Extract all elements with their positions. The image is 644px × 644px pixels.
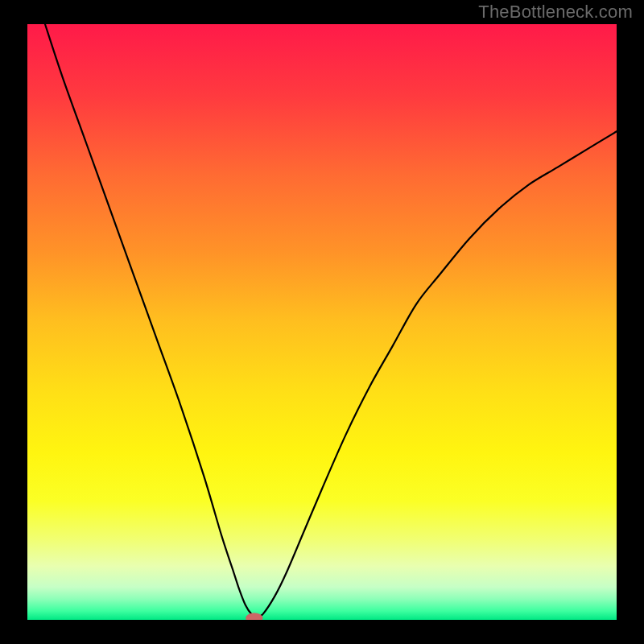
watermark-text: TheBottleneck.com [478,2,633,23]
minimum-marker [246,613,263,620]
gradient-background [27,24,617,620]
chart-svg [27,24,617,620]
chart-frame: TheBottleneck.com [0,0,644,644]
plot-area [27,24,617,620]
